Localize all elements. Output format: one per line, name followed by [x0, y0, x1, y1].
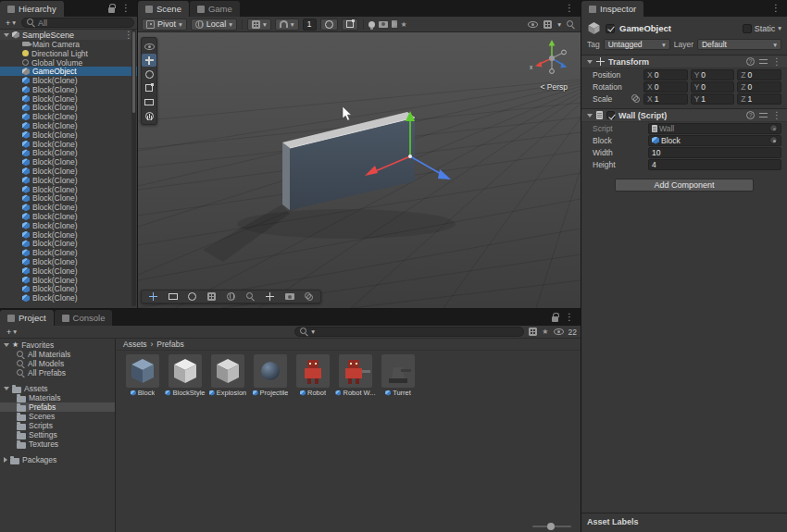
hierarchy-item-block-clone[interactable]: Block(Clone) [0, 121, 137, 130]
orbit-button[interactable] [182, 292, 202, 301]
constrain-proportions-icon[interactable] [631, 94, 640, 103]
search-by-label-icon[interactable]: ★ [542, 328, 548, 336]
scene-audio-icon[interactable] [392, 20, 397, 28]
tab-scene[interactable]: Scene [138, 1, 189, 17]
layer-dropdown[interactable]: Default ▾ [697, 39, 781, 50]
add-component-button[interactable]: Add Component [615, 179, 754, 192]
move-tool-button[interactable] [142, 54, 156, 67]
foldout-icon[interactable] [4, 387, 9, 390]
hierarchy-item-block-clone[interactable]: Block(Clone) [0, 112, 137, 121]
panel-menu-icon[interactable]: ⋮ [121, 4, 131, 13]
hierarchy-item-block-clone[interactable]: Block(Clone) [0, 85, 137, 94]
block-object-field[interactable]: Block [648, 135, 781, 146]
scene-visibility-icon[interactable] [528, 21, 538, 28]
hierarchy-item-block-clone[interactable]: Block(Clone) [0, 276, 137, 285]
move-view-button[interactable] [144, 292, 163, 301]
asset-robot[interactable]: Robot [293, 354, 333, 397]
folder-materials[interactable]: Materials [0, 393, 115, 402]
lock-icon[interactable] [108, 7, 115, 13]
rotate-snap-button[interactable] [320, 19, 338, 31]
scene-search-icon[interactable] [567, 20, 575, 29]
hierarchy-item-block-clone[interactable]: Block(Clone) [0, 76, 137, 85]
hierarchy-item-block-clone[interactable]: Block(Clone) [0, 140, 137, 149]
foldout-icon[interactable] [4, 457, 7, 463]
rotation-z-field[interactable]: Z0 [737, 81, 781, 93]
component-menu-icon[interactable]: ⋮ [772, 111, 781, 120]
asset-block[interactable]: Block [122, 354, 163, 397]
component-enabled-checkbox[interactable] [606, 111, 615, 119]
position-z-field[interactable]: Z0 [737, 69, 781, 80]
scale-z-field[interactable]: Z1 [737, 93, 781, 105]
scene-camera-icon[interactable] [379, 21, 388, 28]
create-asset-button[interactable]: + ▾ [4, 327, 19, 338]
scene-canvas[interactable]: x [138, 32, 581, 308]
snap-settings-button[interactable]: ▾ [275, 19, 299, 31]
project-search-input[interactable]: ▾ [294, 327, 524, 337]
tab-hierarchy[interactable]: Hierarchy [0, 1, 64, 17]
rotate-tool-button[interactable] [142, 68, 156, 80]
folder-prefabs[interactable]: Prefabs [0, 402, 115, 412]
breadcrumb-prefabs[interactable]: Prefabs [156, 340, 183, 349]
height-field[interactable]: 4 [648, 159, 781, 170]
grid-button[interactable] [202, 292, 221, 301]
hierarchy-item-block-clone[interactable]: Block(Clone) [0, 212, 137, 221]
link-button[interactable] [299, 292, 319, 301]
presets-icon[interactable] [759, 58, 768, 65]
scene-viewport[interactable]: x < Persp [138, 32, 581, 308]
transform-component-header[interactable]: Transform ? ⋮ [581, 55, 787, 68]
axis-button[interactable] [260, 292, 280, 301]
tag-dropdown[interactable]: Untagged ▾ [604, 39, 670, 50]
folder-scripts[interactable]: Scripts [0, 421, 115, 430]
snap-increment-field[interactable]: 1 [303, 19, 317, 31]
hierarchy-item-block-clone[interactable]: Block(Clone) [0, 157, 137, 167]
rotation-x-field[interactable]: X0 [643, 81, 688, 93]
lock-icon[interactable] [552, 316, 558, 322]
hierarchy-item-block-clone[interactable]: Block(Clone) [0, 266, 137, 276]
component-menu-icon[interactable]: ⋮ [772, 57, 781, 67]
hierarchy-item-block-clone[interactable]: Block(Clone) [0, 94, 137, 104]
scale-x-field[interactable]: X1 [643, 93, 688, 105]
hierarchy-item-block-clone[interactable]: Block(Clone) [0, 240, 137, 249]
assets-root-row[interactable]: Assets [0, 384, 115, 393]
position-y-field[interactable]: Y0 [691, 69, 735, 80]
favorites-row[interactable]: ★ Favorites [0, 340, 115, 350]
position-x-field[interactable]: X0 [643, 69, 688, 80]
hierarchy-item-global-volume[interactable]: Global Volume [0, 58, 137, 68]
static-checkbox[interactable] [743, 24, 752, 33]
object-picker-icon[interactable] [769, 136, 778, 144]
asset-labels-bar[interactable]: Asset Labels [581, 513, 787, 532]
scale-tool-button[interactable] [142, 81, 156, 94]
breadcrumb-assets[interactable]: Assets [123, 340, 147, 349]
gizmos-dropdown-icon[interactable]: ▾ [557, 21, 561, 28]
favorite-all-models[interactable]: All Models [0, 359, 115, 368]
hierarchy-item-block-clone[interactable]: Block(Clone) [0, 221, 137, 230]
pan-button[interactable] [163, 293, 182, 300]
foldout-icon[interactable] [4, 33, 9, 37]
object-picker-icon[interactable] [769, 124, 778, 132]
foldout-icon[interactable] [587, 60, 593, 64]
asset-projectile[interactable]: Projectile [250, 354, 291, 397]
scale-y-field[interactable]: Y1 [691, 93, 735, 105]
width-field[interactable]: 10 [648, 147, 781, 158]
hierarchy-item-block-clone[interactable]: Block(Clone) [0, 167, 137, 176]
hierarchy-item-block-clone[interactable]: Block(Clone) [0, 230, 137, 240]
panel-menu-icon[interactable]: ⋮ [771, 4, 781, 13]
favorite-all-prefabs[interactable]: All Prefabs [0, 368, 115, 377]
hierarchy-item-block-clone[interactable]: Block(Clone) [0, 257, 137, 266]
perspective-toggle[interactable]: < Persp [540, 82, 568, 92]
hierarchy-item-block-clone[interactable]: Block(Clone) [0, 104, 137, 113]
gameobject-name[interactable]: GameObject [619, 23, 671, 33]
asset-robot-w[interactable]: Robot W... [335, 354, 376, 397]
panel-menu-icon[interactable]: ⋮ [565, 313, 574, 322]
rotation-y-field[interactable]: Y0 [691, 81, 735, 93]
scene-effects-icon[interactable]: ★ [401, 20, 407, 29]
globe-button[interactable] [221, 292, 241, 301]
help-icon[interactable]: ? [749, 58, 753, 65]
tab-game[interactable]: Game [190, 1, 240, 17]
favorite-all-materials[interactable]: All Materials [0, 350, 115, 359]
foldout-icon[interactable] [587, 114, 593, 118]
active-checkbox[interactable] [606, 24, 615, 33]
hierarchy-item-block-clone[interactable]: Block(Clone) [0, 293, 137, 303]
hierarchy-item-directional-light[interactable]: Directional Light [0, 49, 137, 58]
hierarchy-search-input[interactable]: All [21, 18, 134, 28]
